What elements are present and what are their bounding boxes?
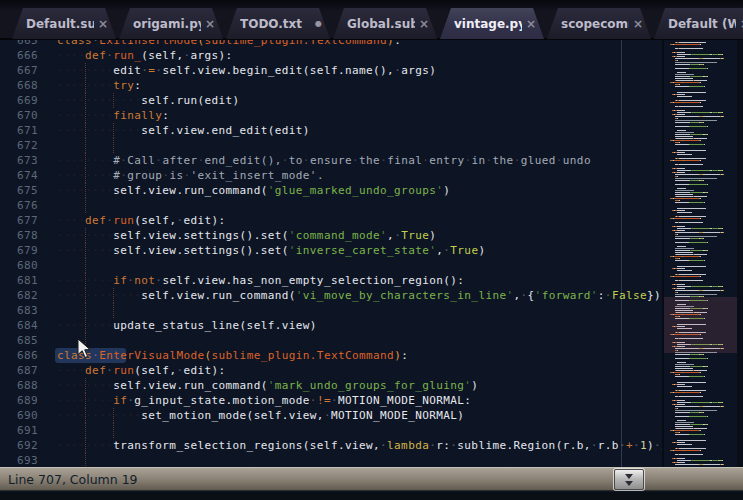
tab-label: Global.sublime [347,17,415,31]
code-text: ············self.view.end_edit(edit) [57,123,310,138]
indent-guide [113,423,114,438]
line-number: 680 [0,258,38,273]
minimap-viewport[interactable] [664,297,743,353]
line-number: 676 [0,198,38,213]
indent-guide [85,303,86,318]
code-text: ········if·not·self.view.has_non_empty_s… [57,273,464,288]
code-line-677[interactable]: 677····def·run(self,·edit): [0,213,662,228]
tab-scopecommand[interactable]: scopecommand× [547,8,651,39]
tab-close-icon[interactable]: × [98,17,108,31]
code-line-682[interactable]: 682············self.view.run_command('vi… [0,288,662,303]
code-line-675[interactable]: 675········self.view.run_command('glue_m… [0,183,662,198]
down-arrow-icon [625,481,633,486]
line-number: 690 [0,408,38,423]
code-text: ········self.view.settings().set('comman… [57,228,436,243]
line-number: 667 [0,63,38,78]
line-number: 678 [0,228,38,243]
line-number: 689 [0,393,38,408]
code-text: ········update_status_line(self.view) [57,318,317,333]
tab-label: TODO.txt [240,17,309,31]
code-line-693[interactable]: 693 [0,453,662,467]
code-line-668[interactable]: 668········try: [0,78,662,93]
right-edge-strip [737,40,743,467]
minimap[interactable] [662,40,743,467]
line-number: 673 [0,153,38,168]
bottom-strip [0,492,743,500]
tab-close-icon[interactable]: × [526,17,536,31]
line-number: 682 [0,288,38,303]
code-text: ········#·group·is·'exit_insert_mode'. [57,168,324,183]
code-line-686[interactable]: 686class·EnterVisualMode(sublime_plugin.… [0,348,662,363]
code-line-665[interactable]: 665class·ExitInsertMode(sublime_plugin.T… [0,40,662,48]
code-line-689[interactable]: 689········if·g_input_state.motion_mode·… [0,393,662,408]
code-line-667[interactable]: 667········edit·=·self.view.begin_edit(s… [0,63,662,78]
cursor-position-status: Line 707, Column 19 [0,472,138,487]
code-line-672[interactable]: 672 [0,138,662,153]
code-text: ········self.view.settings().set('invers… [57,243,485,258]
down-arrow-icon [625,474,633,479]
code-lines: 665class·ExitInsertMode(sublime_plugin.T… [0,40,662,467]
code-line-679[interactable]: 679········self.view.settings().set('inv… [0,243,662,258]
tab-label: Default.sublim [26,17,94,31]
line-number: 692 [0,438,38,453]
line-number: 691 [0,423,38,438]
code-line-676[interactable]: 676 [0,198,662,213]
tab-global-sublime[interactable]: Global.sublime× [333,8,437,39]
code-text: ····def·run(self,·edit): [57,363,226,378]
line-number: 686 [0,348,38,363]
line-number: 677 [0,213,38,228]
code-line-671[interactable]: 671············self.view.end_edit(edit) [0,123,662,138]
code-line-683[interactable]: 683 [0,303,662,318]
code-text: class·EnterVisualMode(sublime_plugin.Tex… [57,348,408,363]
tab-label: origami.py [133,17,201,31]
dirty-dot-icon: ● [315,19,322,28]
line-number: 668 [0,78,38,93]
line-number: 670 [0,108,38,123]
tab-close-icon[interactable]: × [633,17,643,31]
tab-vintage-py[interactable]: vintage.py× [440,8,544,39]
status-bar: Line 707, Column 19 [0,467,743,491]
indent-guide [113,303,114,318]
code-text: ········transform_selection_regions(self… [57,438,662,453]
code-line-687[interactable]: 687····def·run(self,·edit): [0,363,662,378]
tab-label: scopecommand [561,17,629,31]
code-line-670[interactable]: 670········finally: [0,108,662,123]
code-line-666[interactable]: 666····def·run_(self,·args): [0,48,662,63]
code-line-688[interactable]: 688········self.view.run_command('mark_u… [0,378,662,393]
indent-guide [85,423,86,438]
code-text: ············set_motion_mode(self.view,·M… [57,408,464,423]
scroll-down-button[interactable] [614,469,644,490]
line-number: 688 [0,378,38,393]
code-line-669[interactable]: 669············self.run(edit) [0,93,662,108]
code-text: ····def·run_(self,·args): [57,48,233,63]
line-number: 679 [0,243,38,258]
code-editor[interactable]: 665class·ExitInsertMode(sublime_plugin.T… [0,40,662,467]
line-number: 675 [0,183,38,198]
code-line-692[interactable]: 692········transform_selection_regions(s… [0,438,662,453]
code-line-685[interactable]: 685 [0,333,662,348]
code-text: ········edit·=·self.view.begin_edit(self… [57,63,436,78]
tab-default-sublim[interactable]: Default.sublim× [12,8,116,39]
line-number: 681 [0,273,38,288]
tab-close-icon[interactable]: × [205,17,215,31]
code-text: ············self.run(edit) [57,93,240,108]
code-text: ········self.view.run_command('glue_mark… [57,183,450,198]
code-line-673[interactable]: 673········#·Call·after·end_edit(),·to·e… [0,153,662,168]
tab-close-icon[interactable]: × [419,17,429,31]
indent-guide [85,333,86,348]
code-text: ········#·Call·after·end_edit(),·to·ensu… [57,153,591,168]
indent-guide [85,453,86,467]
line-number: 671 [0,123,38,138]
code-line-690[interactable]: 690············set_motion_mode(self.view… [0,408,662,423]
code-line-674[interactable]: 674········#·group·is·'exit_insert_mode'… [0,168,662,183]
code-line-680[interactable]: 680 [0,258,662,273]
code-line-678[interactable]: 678········self.view.settings().set('com… [0,228,662,243]
line-number: 687 [0,363,38,378]
code-line-691[interactable]: 691 [0,423,662,438]
code-line-681[interactable]: 681········if·not·self.view.has_non_empt… [0,273,662,288]
tab-default-windo[interactable]: Default (Windo× [654,8,743,39]
line-number: 674 [0,168,38,183]
tab-todo-txt[interactable]: TODO.txt● [226,8,330,39]
tab-origami-py[interactable]: origami.py× [119,8,223,39]
code-line-684[interactable]: 684········update_status_line(self.view) [0,318,662,333]
